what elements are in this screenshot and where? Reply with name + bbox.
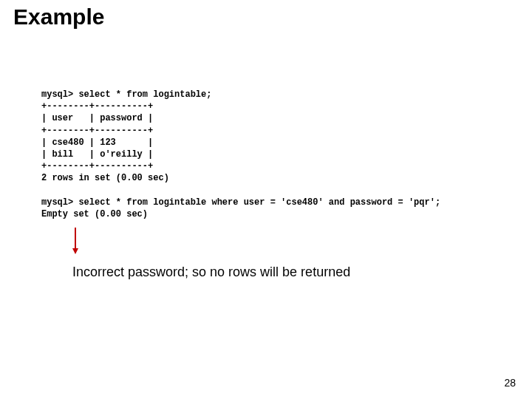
code-block: mysql> select * from logintable; +------… — [41, 89, 440, 220]
arrow-icon — [72, 228, 78, 254]
arrow-head — [72, 248, 78, 254]
page-number: 28 — [504, 377, 516, 389]
caption-text: Incorrect password; so no rows will be r… — [72, 265, 350, 280]
slide-title: Example — [13, 4, 104, 30]
arrow-line — [75, 228, 76, 248]
slide: Example mysql> select * from logintable;… — [0, 0, 532, 399]
